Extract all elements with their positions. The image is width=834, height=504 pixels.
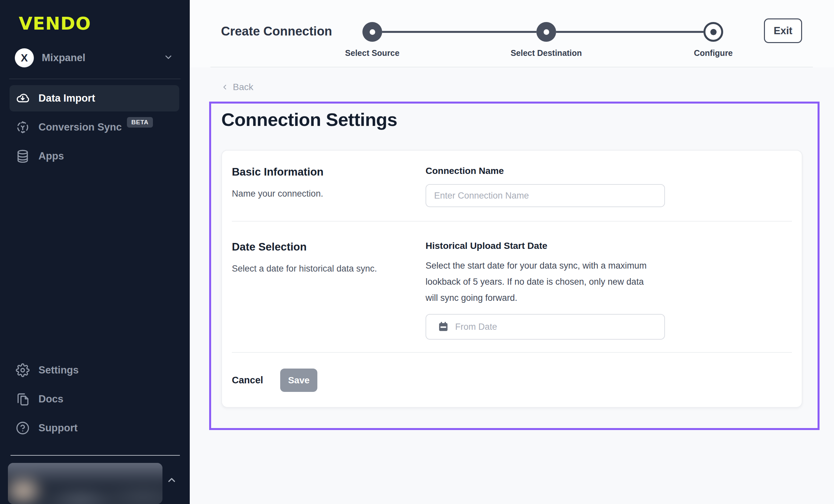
sidebar-nav: Data Import Conversion Sync BETA Apps xyxy=(9,85,179,172)
nav-label: Conversion Sync xyxy=(39,121,122,133)
step-connector-2 xyxy=(556,31,703,33)
database-icon xyxy=(16,149,29,163)
app-root: VENDO X Mixpanel Data Import Conversion … xyxy=(0,0,834,504)
step-circle-configure xyxy=(703,22,723,42)
step-label-select-source: Select Source xyxy=(316,48,428,58)
conversion-sync-icon xyxy=(16,120,29,134)
sidebar-item-data-import[interactable]: Data Import xyxy=(9,85,179,111)
sidebar-item-settings[interactable]: Settings xyxy=(9,357,179,384)
settings-card: Basic Information Name your connection. … xyxy=(221,150,803,408)
section-title: Basic Information xyxy=(232,166,425,178)
chevron-down-icon xyxy=(163,52,173,63)
nav-label: Settings xyxy=(39,364,79,376)
main-content: Back Connection Settings Basic Informati… xyxy=(190,67,834,430)
save-button[interactable]: Save xyxy=(280,369,317,392)
mixpanel-logo-glyph: X xyxy=(21,52,28,64)
sidebar-item-docs[interactable]: Docs xyxy=(9,386,179,412)
form-actions: Cancel Save xyxy=(232,352,792,407)
sidebar: VENDO X Mixpanel Data Import Conversion … xyxy=(0,0,190,504)
from-date-input[interactable] xyxy=(425,314,665,339)
section-description: Select a date for historical data sync. xyxy=(232,264,425,274)
step-dot xyxy=(544,29,549,35)
nav-label: Support xyxy=(39,422,78,434)
connection-name-label: Connection Name xyxy=(425,166,669,176)
nav-label: Data Import xyxy=(39,92,95,104)
section-title: Date Selection xyxy=(232,241,425,253)
sidebar-divider-bottom xyxy=(10,455,180,456)
nav-label: Docs xyxy=(39,393,64,405)
step-dot xyxy=(370,29,375,35)
date-selection-section: Date Selection Select a date for histori… xyxy=(232,221,792,352)
section-intro: Date Selection Select a date for histori… xyxy=(232,241,425,339)
vendo-logo: VENDO xyxy=(19,13,190,34)
cancel-button[interactable]: Cancel xyxy=(232,375,263,386)
connection-name-input[interactable] xyxy=(425,184,665,207)
calendar-icon xyxy=(437,321,449,333)
nav-label: Apps xyxy=(39,150,64,162)
chevron-left-icon xyxy=(221,83,229,91)
beta-badge: BETA xyxy=(127,117,153,128)
back-label: Back xyxy=(233,82,253,92)
sidebar-spacer xyxy=(0,172,190,351)
main-header: Create Connection Select Source Select D… xyxy=(190,0,834,67)
user-account-card[interactable] xyxy=(8,463,162,504)
user-account-blurred-content xyxy=(8,463,162,504)
gear-icon xyxy=(16,363,29,377)
workspace-name: Mixpanel xyxy=(42,52,163,64)
step-circle-select-destination xyxy=(536,22,556,42)
back-link[interactable]: Back xyxy=(221,82,253,92)
sidebar-item-support[interactable]: Support xyxy=(9,415,179,441)
sidebar-footer-nav: Settings Docs Support xyxy=(9,357,179,444)
section-fields: Connection Name xyxy=(425,166,669,207)
section-description: Name your connection. xyxy=(232,189,425,199)
sidebar-item-apps[interactable]: Apps xyxy=(9,143,179,169)
step-circle-select-source xyxy=(363,22,382,42)
page-flow-title: Create Connection xyxy=(221,24,332,39)
section-intro: Basic Information Name your connection. xyxy=(232,166,425,207)
main-area: Create Connection Select Source Select D… xyxy=(190,0,834,504)
historical-upload-help-text: Select the start date for your data sync… xyxy=(425,258,654,306)
basic-information-section: Basic Information Name your connection. … xyxy=(232,151,792,221)
step-label-configure: Configure xyxy=(657,48,769,58)
sidebar-divider-top xyxy=(9,79,180,79)
chevron-up-icon[interactable] xyxy=(166,475,177,487)
sidebar-item-conversion-sync[interactable]: Conversion Sync BETA xyxy=(9,114,179,140)
step-connector-1 xyxy=(382,31,536,33)
step-label-select-destination: Select Destination xyxy=(490,48,602,58)
section-fields: Historical Upload Start Date Select the … xyxy=(425,241,669,339)
from-date-field xyxy=(425,314,665,339)
mixpanel-avatar: X xyxy=(15,48,34,67)
page-title: Connection Settings xyxy=(221,109,817,130)
workspace-selector[interactable]: X Mixpanel xyxy=(15,48,173,67)
help-circle-icon xyxy=(16,421,29,435)
step-dot xyxy=(710,29,717,35)
historical-upload-start-date-label: Historical Upload Start Date xyxy=(425,241,669,251)
cloud-download-icon xyxy=(16,91,29,105)
connection-settings-highlight-box: Connection Settings Basic Information Na… xyxy=(209,102,819,430)
docs-icon xyxy=(16,392,29,406)
exit-button[interactable]: Exit xyxy=(764,18,802,43)
